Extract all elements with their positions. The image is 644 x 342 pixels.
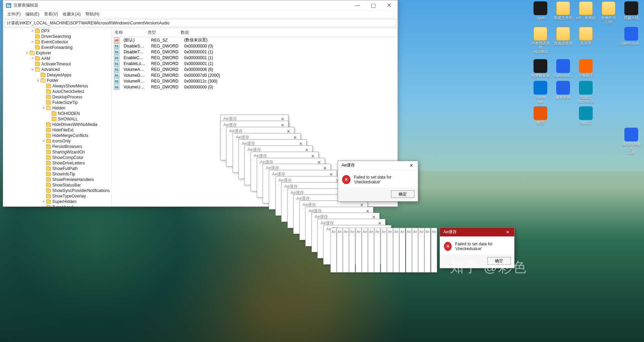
tree-node[interactable]: PersistBrowsers <box>3 144 112 149</box>
tree-node[interactable]: ActivateTimeout <box>3 61 112 67</box>
tree-node[interactable]: DriverSearching <box>3 34 112 39</box>
expand-icon[interactable]: v <box>42 105 45 111</box>
desktop-icon[interactable]: 五五开 <box>575 25 597 54</box>
desktop-icon[interactable]: 獴脊密网 <box>552 79 574 104</box>
address-bar[interactable] <box>4 19 396 27</box>
close-icon[interactable]: ✕ <box>503 228 513 236</box>
tree-node[interactable]: NOHIDDEN <box>3 111 112 116</box>
error-titlebar[interactable]: Ae缓存 ✕ <box>338 161 418 170</box>
ae-dialog-tab[interactable]: Ae <box>424 228 431 272</box>
error-titlebar[interactable]: Ae缓存 ✕ <box>440 228 514 237</box>
desktop-icon[interactable]: 线刷宝 V10.4.2.2 <box>575 79 597 104</box>
ae-dialog-tab[interactable]: Ae <box>337 228 343 272</box>
tree-node[interactable]: >DPX <box>3 28 112 34</box>
expand-icon[interactable]: v <box>25 50 29 56</box>
ae-dialog-tab[interactable]: Ae <box>393 228 399 272</box>
tree-node[interactable]: FolderSizeTip <box>3 100 112 105</box>
ae-dialog-tab[interactable]: Ae <box>330 228 337 272</box>
tree-node[interactable]: HideDrivesWithNoMedia <box>3 122 112 127</box>
value-row[interactable]: 01EnableLogonH...REG_DWORD0x00000001 (1) <box>112 61 398 66</box>
tree-node[interactable]: AlwaysShowMenus <box>3 83 112 89</box>
desktop-icon[interactable]: 生物作业 2.18 <box>598 0 619 24</box>
tree-node[interactable]: ShowPreviewHandlers <box>3 177 112 182</box>
value-row[interactable]: 01DisableSpatial...REG_DWORD0x00000000 (… <box>112 43 398 49</box>
ae-dialog-tab[interactable]: Ae <box>381 228 387 272</box>
desktop-icon[interactable]: 穿越火线 <box>621 0 642 24</box>
value-row[interactable]: ab(默认)REG_SZ(数值未设置) <box>112 37 398 43</box>
ok-button[interactable]: 确定 <box>487 257 511 265</box>
tree-node[interactable]: DelayedApps <box>3 72 112 78</box>
ae-dialog-tab[interactable]: Ae <box>412 228 418 272</box>
tree-node[interactable]: >IconsOnly <box>3 138 112 144</box>
tree-node[interactable]: ShowCompColor <box>3 155 112 160</box>
tree-node[interactable]: SharingWizardOn <box>3 149 112 155</box>
ae-dialog-tab[interactable]: Ae <box>387 228 393 272</box>
desktop-icon[interactable]: cjyyb <box>530 0 551 24</box>
ae-dialog-tab[interactable]: Ae <box>362 228 368 272</box>
desktop-icon[interactable]: 其他语音包 <box>552 25 574 54</box>
menu-item[interactable]: 收藏夹(A) <box>61 11 83 18</box>
tree-node[interactable]: ShowFullPath <box>3 166 112 171</box>
desktop-icon[interactable]: 小米助手 <box>575 58 597 78</box>
tree-node[interactable]: vHidden <box>3 105 112 111</box>
tree-node[interactable]: ShowSyncProviderNotifications <box>3 188 112 193</box>
value-row[interactable]: 01DisableToastP...REG_DWORD0x00000001 (1… <box>112 49 398 55</box>
tree-node[interactable]: ShowTypeOverlay <box>3 193 112 199</box>
ae-dialog-tab[interactable]: Ae <box>406 228 412 272</box>
tree-node[interactable]: DesktopProcess <box>3 94 112 100</box>
minimize-button[interactable]: — <box>349 0 365 11</box>
tree-node[interactable]: vFolder <box>3 78 112 83</box>
close-button[interactable]: ✕ <box>381 0 397 11</box>
maximize-button[interactable]: ▢ <box>365 0 381 11</box>
titlebar[interactable]: 注册表编辑器 — ▢ ✕ <box>3 0 398 11</box>
expand-icon[interactable]: > <box>31 39 34 45</box>
ae-dialog-tab[interactable]: Ae <box>356 228 362 272</box>
tree-node[interactable]: HideMergeConflicts <box>3 133 112 138</box>
tree-node[interactable]: vExplorer <box>3 50 112 56</box>
desktop-icon[interactable]: 钱刷宝 <box>575 105 597 125</box>
expand-icon[interactable]: > <box>42 138 45 144</box>
ae-dialog-tab[interactable]: Ae <box>368 228 374 272</box>
desktop-icon[interactable]: 新建文件夹 <box>552 0 574 24</box>
ae-dialog-tab[interactable]: Ae <box>343 228 349 272</box>
value-row[interactable]: 01VolumeAccelT...REG_DWORD0x00000006 (6) <box>112 66 398 72</box>
ae-dialog-tab[interactable]: Ae <box>418 228 424 272</box>
desktop-icon[interactable]: QMProxyA... <box>621 25 642 54</box>
tree-pane[interactable]: >DPXDriverSearching>EventCollectorEventF… <box>3 28 112 206</box>
desktop-icon[interactable]: 阅梦略爸爸 <box>530 58 551 78</box>
desktop-icon[interactable]: 通用战网修改 工具 <box>621 126 642 154</box>
expand-icon[interactable]: > <box>42 204 45 206</box>
menu-item[interactable]: 文件(F) <box>5 11 23 18</box>
desktop-icon[interactable]: 推导 <box>530 105 551 125</box>
tree-node[interactable]: >EventCollector <box>3 39 112 45</box>
tree-node[interactable]: >AAM <box>3 56 112 61</box>
tree-node[interactable]: SHOWALL <box>3 116 112 122</box>
tree-node[interactable]: ShowInfoTip <box>3 171 112 177</box>
tree-node[interactable]: ShowStatusBar <box>3 182 112 188</box>
expand-icon[interactable]: v <box>36 78 40 83</box>
menu-item[interactable]: 帮助(H) <box>83 11 102 18</box>
tree-node[interactable]: AutoCheckSelect <box>3 89 112 94</box>
col-type[interactable]: 类型 <box>145 28 178 37</box>
col-data[interactable]: 数据 <box>178 28 398 37</box>
desktop-icon[interactable]: Battlenet... <box>552 58 574 78</box>
ae-dialog-tab[interactable]: Ae <box>399 228 405 272</box>
ae-dialog-tab[interactable]: Ae <box>431 228 437 272</box>
col-name[interactable]: 名称 <box>112 28 145 37</box>
menu-item[interactable]: 编辑(E) <box>23 11 41 18</box>
tree-node[interactable]: ShowDriveLetters <box>3 160 112 166</box>
tree-node[interactable]: >SuperHidden <box>3 199 112 204</box>
value-row[interactable]: 01VolumeUpTran...REG_DWORD0x00000000 (0) <box>112 84 398 90</box>
close-icon[interactable]: ✕ <box>406 162 416 169</box>
expand-icon[interactable]: > <box>31 28 34 34</box>
tree-node[interactable]: EventForwarding <box>3 45 112 50</box>
expand-icon[interactable]: > <box>42 199 45 204</box>
menu-item[interactable]: 查看(V) <box>42 11 60 18</box>
tree-node[interactable]: vAdvanced <box>3 67 112 72</box>
tree-node[interactable]: >TypeAhead <box>3 204 112 206</box>
value-row[interactable]: 01VolumeRepeat...REG_DWORD0x0000012c (30… <box>112 78 398 84</box>
ae-dialog-tab[interactable]: Ae <box>374 228 380 272</box>
ok-button[interactable]: 确定 <box>391 190 414 198</box>
tree-node[interactable]: HideFileExt <box>3 127 112 133</box>
expand-icon[interactable]: v <box>31 67 34 72</box>
